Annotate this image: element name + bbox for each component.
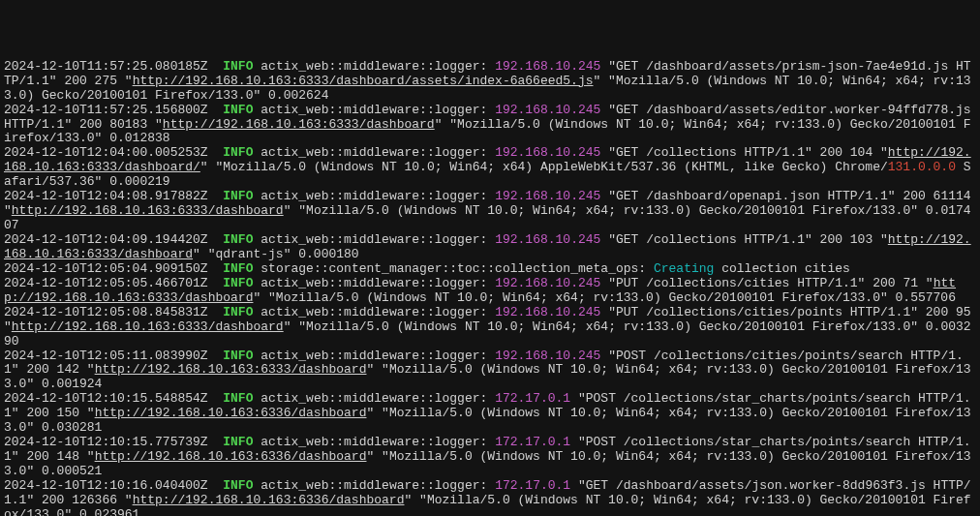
log-line: 2024-12-10T12:05:05.466701Z INFO actix_w… [4, 276, 956, 305]
referrer-url[interactable]: http://192.168.10.163:6333/dashboard [95, 362, 367, 377]
client-ip: 192.168.10.245 [495, 189, 600, 203]
log-level: INFO [223, 232, 253, 247]
log-output: 2024-12-10T11:57:25.080185Z INFO actix_w… [4, 60, 976, 516]
module: actix_web::middleware::logger: [260, 305, 487, 319]
log-line: 2024-12-10T12:10:16.040400Z INFO actix_w… [4, 478, 971, 516]
client-ip: 192.168.10.245 [495, 59, 600, 74]
log-line: 2024-12-10T12:04:09.194420Z INFO actix_w… [4, 232, 971, 261]
log-level: INFO [223, 59, 253, 74]
referrer-url[interactable]: http://192.168.10.163:6333/dashboard [12, 203, 284, 218]
module: actix_web::middleware::logger: [260, 391, 487, 406]
log-level: INFO [223, 276, 253, 290]
log-text: "GET /collections HTTP/1.1" 200 104 " [600, 145, 887, 160]
timestamp: 2024-12-10T12:05:04.909150Z [4, 261, 208, 276]
log-line: 2024-12-10T12:10:15.775739Z INFO actix_w… [4, 435, 971, 478]
timestamp: 2024-12-10T12:04:08.917882Z [4, 189, 208, 203]
timestamp: 2024-12-10T11:57:25.156800Z [4, 103, 208, 117]
referrer-url[interactable]: http://192.168.10.163:6333/dashboard [163, 117, 435, 132]
timestamp: 2024-12-10T12:05:05.466701Z [4, 276, 208, 290]
referrer-url[interactable]: http://192.168.10.163:6333/dashboard [12, 319, 284, 334]
client-ip: 192.168.10.245 [495, 145, 600, 160]
referrer-url[interactable]: http://192.168.10.163:6336/dashboard [95, 449, 367, 464]
log-level: INFO [223, 391, 253, 406]
log-line: 2024-12-10T12:05:08.845831Z INFO actix_w… [4, 305, 978, 349]
log-text: "PUT /collections/cities HTTP/1.1" 200 7… [600, 276, 933, 290]
module: actix_web::middleware::logger: [260, 478, 487, 493]
log-level: INFO [223, 349, 253, 363]
module: actix_web::middleware::logger: [260, 189, 487, 203]
log-level: INFO [223, 103, 253, 117]
module: actix_web::middleware::logger: [260, 435, 487, 449]
client-ip: 192.168.10.245 [495, 103, 600, 117]
module: actix_web::middleware::logger: [260, 59, 487, 74]
referrer-url[interactable]: http://192.168.10.163:6333/dashboard/ass… [133, 74, 594, 88]
version-string: 131.0.0.0 [888, 160, 956, 174]
timestamp: 2024-12-10T11:57:25.080185Z [4, 59, 208, 74]
timestamp: 2024-12-10T12:04:00.005253Z [4, 145, 208, 160]
log-level: INFO [223, 305, 253, 319]
log-text: " "qdrant-js" 0.000180 [193, 247, 359, 261]
log-text: " "Mozilla/5.0 (Windows NT 10.0; Win64; … [253, 290, 956, 305]
module: actix_web::middleware::logger: [260, 232, 487, 247]
module: actix_web::middleware::logger: [260, 276, 487, 290]
log-level: INFO [223, 145, 253, 160]
log-line: 2024-12-10T12:04:08.917882Z INFO actix_w… [4, 189, 978, 232]
client-ip: 172.17.0.1 [495, 478, 570, 493]
log-line: 2024-12-10T11:57:25.080185Z INFO actix_w… [4, 59, 971, 103]
log-level: INFO [223, 189, 253, 203]
referrer-url[interactable]: http://192.168.10.163:6336/dashboard [95, 406, 367, 420]
timestamp: 2024-12-10T12:10:15.775739Z [4, 435, 208, 449]
client-ip: 172.17.0.1 [495, 435, 570, 449]
log-level: INFO [223, 435, 253, 449]
log-text: " "Mozilla/5.0 (Windows NT 10.0; Win64; … [200, 160, 888, 174]
log-level: INFO [223, 261, 253, 276]
module: actix_web::middleware::logger: [260, 103, 487, 117]
client-ip: 192.168.10.245 [495, 349, 600, 363]
timestamp: 2024-12-10T12:10:15.548854Z [4, 391, 208, 406]
log-line: 2024-12-10T12:04:00.005253Z INFO actix_w… [4, 145, 971, 189]
action-word: Creating [654, 261, 714, 276]
log-text: collection cities [714, 261, 849, 276]
timestamp: 2024-12-10T12:05:11.083990Z [4, 349, 208, 363]
client-ip: 192.168.10.245 [495, 232, 600, 247]
timestamp: 2024-12-10T12:04:09.194420Z [4, 232, 208, 247]
log-line: 2024-12-10T12:10:15.548854Z INFO actix_w… [4, 391, 971, 435]
timestamp: 2024-12-10T12:05:08.845831Z [4, 305, 208, 319]
referrer-url[interactable]: http://192.168.10.163:6336/dashboard [133, 493, 405, 507]
log-line: 2024-12-10T11:57:25.156800Z INFO actix_w… [4, 103, 978, 146]
timestamp: 2024-12-10T12:10:16.040400Z [4, 478, 208, 493]
log-line: 2024-12-10T12:05:11.083990Z INFO actix_w… [4, 349, 971, 392]
module: actix_web::middleware::logger: [260, 349, 487, 363]
module: storage::content_manager::toc::collectio… [260, 261, 646, 276]
client-ip: 192.168.10.245 [495, 305, 600, 319]
log-level: INFO [223, 478, 253, 493]
client-ip: 192.168.10.245 [495, 276, 600, 290]
log-line: 2024-12-10T12:05:04.909150Z INFO storage… [4, 261, 850, 276]
module: actix_web::middleware::logger: [260, 145, 487, 160]
client-ip: 172.17.0.1 [495, 391, 570, 406]
log-text: "GET /collections HTTP/1.1" 200 103 " [600, 232, 887, 247]
